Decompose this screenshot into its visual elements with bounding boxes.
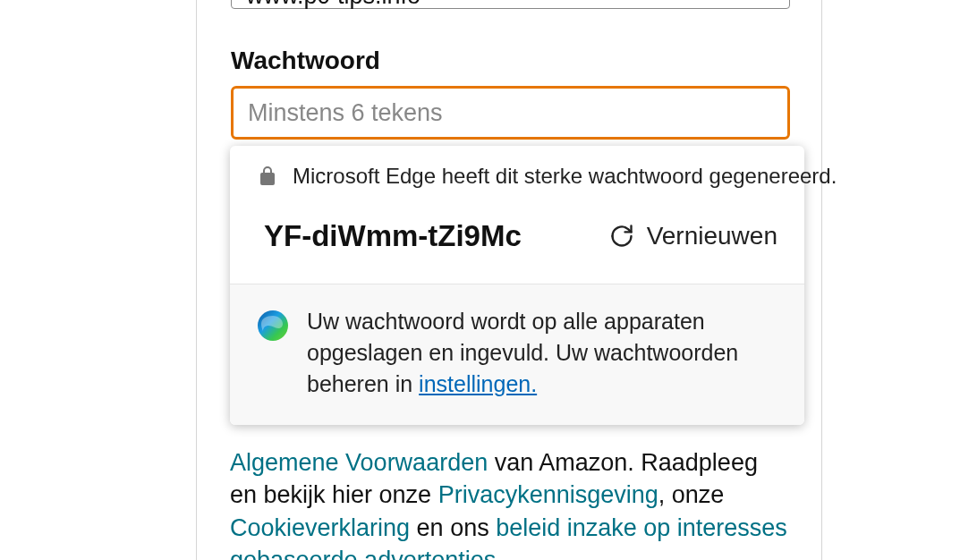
password-input[interactable]: Minstens 6 tekens bbox=[231, 86, 790, 140]
password-placeholder: Minstens 6 tekens bbox=[248, 99, 443, 127]
refresh-icon bbox=[609, 224, 634, 249]
popup-footer-text: Uw wachtwoord wordt op alle apparaten op… bbox=[307, 306, 777, 400]
popup-header: Microsoft Edge heeft dit sterke wachtwoo… bbox=[230, 146, 804, 198]
url-value: www.pc-tips.info bbox=[246, 0, 421, 10]
legal-span-2: , onze bbox=[658, 481, 725, 508]
url-input[interactable]: www.pc-tips.info bbox=[231, 0, 790, 9]
popup-footer: Uw wachtwoord wordt op alle apparaten op… bbox=[230, 284, 804, 425]
password-label: Wachtwoord bbox=[231, 47, 787, 75]
edge-logo-icon bbox=[257, 310, 289, 342]
lock-icon bbox=[257, 165, 278, 187]
password-suggestion-popup: Microsoft Edge heeft dit sterke wachtwoo… bbox=[230, 146, 804, 425]
refresh-label: Vernieuwen bbox=[647, 222, 777, 250]
terms-link[interactable]: Algemene Voorwaarden bbox=[230, 449, 488, 476]
generated-password[interactable]: YF-diWmm-tZi9Mc bbox=[264, 219, 609, 253]
refresh-button[interactable]: Vernieuwen bbox=[609, 222, 777, 250]
legal-text: Algemene Voorwaarden van Amazon. Raadple… bbox=[230, 446, 789, 560]
cookie-link[interactable]: Cookieverklaring bbox=[230, 514, 410, 541]
popup-password-row: YF-diWmm-tZi9Mc Vernieuwen bbox=[230, 198, 804, 284]
legal-span-3: en ons bbox=[410, 514, 496, 541]
popup-header-text: Microsoft Edge heeft dit sterke wachtwoo… bbox=[293, 164, 837, 189]
settings-link[interactable]: instellingen. bbox=[419, 371, 537, 396]
privacy-link[interactable]: Privacykennisgeving bbox=[438, 481, 658, 508]
